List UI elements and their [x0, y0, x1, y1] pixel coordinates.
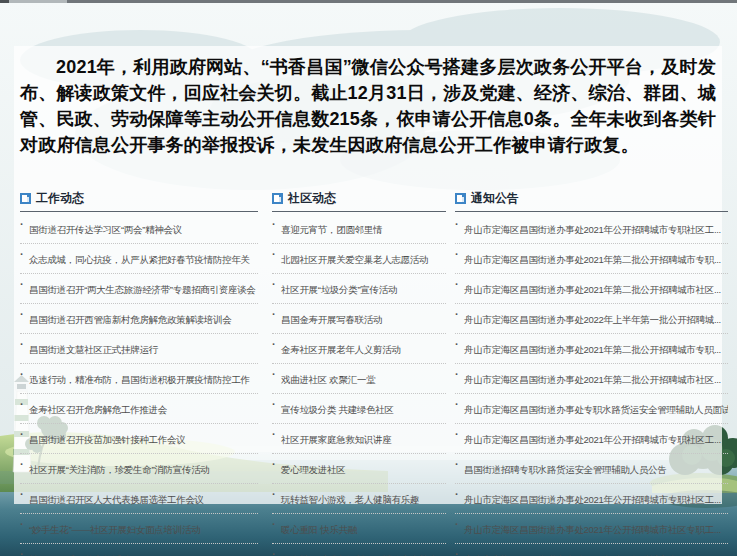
news-row: 国街道召开传达学习区“两会”精神会议 — [20, 214, 258, 244]
news-row: 社区开展“垃圾分类”宣传活动 — [272, 274, 446, 304]
news-row: 昌国街道召开区人大代表换届选举工作会议 — [20, 484, 258, 514]
window-top-edge-dark-segment — [0, 0, 9, 3]
news-row: 戏曲进社区 欢聚汇一堂 — [272, 364, 446, 394]
news-row: 舟山市定海区昌国街道办事处2021年公开招聘城市专职社区工... — [455, 544, 728, 556]
column-notices: 通知公告舟山市定海区昌国街道办事处2021年公开招聘城市专职社区工...舟山市定… — [455, 190, 728, 556]
news-row: 昌国金寿开展写春联活动 — [272, 304, 446, 334]
news-item-link[interactable]: 昌国金寿开展写春联活动 — [281, 314, 382, 325]
news-item-link[interactable]: 昌国街道招聘专职水路货运安全管理辅助人员公告 — [464, 464, 666, 475]
news-item-link[interactable]: 社区开展“关注消防，珍爱生命”消防宣传活动 — [29, 464, 210, 475]
news-row: 舟山市定海区昌国街道办事处2021年第二批公开招聘城市社区... — [455, 364, 728, 394]
news-row: 爱心理发进社区 — [272, 454, 446, 484]
news-item-link[interactable]: 宣传垃圾分类 共建绿色社区 — [281, 404, 394, 415]
news-item-link[interactable]: 社区开展“垃圾分类”宣传活动 — [281, 284, 397, 295]
news-row: 舟山市定海区昌国街道办事处专职水路货运安全管理辅助人员面试... — [455, 394, 728, 424]
news-item-link[interactable]: 舟山市定海区昌国街道办事处2021年第二批公开招聘城市专职... — [464, 254, 721, 265]
news-item-link[interactable]: “妙手生花”——社区开展妇女面点培训活动 — [29, 524, 200, 535]
news-item-link[interactable]: 舟山市定海区昌国街道办事处2021年第二批公开招聘城市专职... — [464, 344, 721, 355]
news-item-link[interactable]: 舟山市定海区昌国街道办事处2021年第二批公开招聘城市社区... — [464, 374, 721, 385]
news-row: 金寿社区对重点场所开展消防安全检查 — [272, 544, 446, 556]
news-item-link[interactable]: 昌国街道召开“两大生态旅游经济带”专题招商引资座谈会 — [29, 284, 256, 295]
column-work-news: 工作动态国街道召开传达学习区“两会”精神会议众志成城，同心抗疫，从严从紧把好春节… — [20, 190, 258, 556]
news-list: 喜迎元宵节，团圆邻里情北园社区开展关爱空巢老人志愿活动社区开展“垃圾分类”宣传活… — [272, 214, 446, 556]
news-item-link[interactable]: 爱心理发进社区 — [281, 464, 345, 475]
news-row: 北园社区开展关爱空巢老人志愿活动 — [272, 244, 446, 274]
news-row: 舟山市定海区昌国街道办事处2021年第二批公开招聘城市专职... — [455, 244, 728, 274]
news-item-link[interactable]: 北园社区开展关爱空巢老人志愿活动 — [281, 254, 428, 265]
document-icon — [20, 193, 31, 204]
news-row: “妙手生花”——社区开展妇女面点培训活动 — [20, 514, 258, 544]
news-row: 玩转益智小游戏，老人健脑有乐趣 — [272, 484, 446, 514]
news-row: 舟山市定海区昌国街道办事处2021年第二批公开招聘城市社区... — [455, 274, 728, 304]
window-top-edge-light-segment — [9, 0, 67, 3]
news-item-link[interactable]: 戏曲进社区 欢聚汇一堂 — [281, 374, 375, 385]
news-item-link[interactable]: 国街道召开传达学习区“两会”精神会议 — [29, 224, 182, 235]
news-row: 迅速行动，精准布防，昌国街道积极开展疫情防控工作 — [20, 364, 258, 394]
news-list: 舟山市定海区昌国街道办事处2021年公开招聘城市专职社区工...舟山市定海区昌国… — [455, 214, 728, 556]
news-item-link[interactable]: 迅速行动，精准布防，昌国街道积极开展疫情防控工作 — [29, 374, 250, 385]
news-row: 舟山市定海区昌国街道办事处2022年上半年第一批公开招聘城... — [455, 304, 728, 334]
news-item-link[interactable]: 喜迎元宵节，团圆邻里情 — [281, 224, 382, 235]
news-row: 众志成城，同心抗疫，从严从紧把好春节疫情防控年关 — [20, 244, 258, 274]
news-item-link[interactable]: 昌国街道召开疫苗加强针接种工作会议 — [29, 434, 185, 445]
news-row: 暖心重阳 快乐共融 — [272, 514, 446, 544]
news-item-link[interactable]: 暖心重阳 快乐共融 — [281, 524, 357, 535]
news-row: 喜迎元宵节，团圆邻里情 — [272, 214, 446, 244]
news-row: 舟山市定海区昌国街道办事处2021年公开招聘城市专职社区工... — [455, 214, 728, 244]
column-community-news: 社区动态喜迎元宵节，团圆邻里情北园社区开展关爱空巢老人志愿活动社区开展“垃圾分类… — [272, 190, 446, 556]
news-row: 社区开展家庭急救知识讲座 — [272, 424, 446, 454]
document-icon — [272, 193, 283, 204]
column-title: 工作动态 — [36, 190, 84, 207]
news-item-link[interactable]: 玩转益智小游戏，老人健脑有乐趣 — [281, 494, 419, 505]
news-row: 舟山市定海区昌国街道办事处2021年公开招聘城市专职社区工... — [455, 484, 728, 514]
news-item-link[interactable]: 舟山市定海区昌国街道办事处2021年公开招聘城市专职社区工... — [464, 494, 721, 505]
news-row: 宣传垃圾分类 共建绿色社区 — [272, 394, 446, 424]
news-item-link[interactable]: 舟山市定海区昌国街道办事处2021年公开招聘城市专职社区工... — [464, 224, 721, 235]
news-item-link[interactable]: 昌国街道召开西管庙新村危房解危政策解读培训会 — [29, 314, 231, 325]
news-item-link[interactable]: 舟山市定海区昌国街道办事处2021年公开招聘城市社区专职工... — [464, 524, 721, 535]
column-header-notices: 通知公告 — [455, 190, 728, 212]
news-row: 社区开展“关注消防，珍爱生命”消防宣传活动 — [20, 454, 258, 484]
news-item-link[interactable]: 金寿社区开展老年人义剪活动 — [281, 344, 401, 355]
news-row: 社区开展反邪教宣传活动 — [20, 544, 258, 556]
annual-summary-paragraph: 2021年，利用政府网站、“书香昌国”微信公众号搭建多层次政务公开平台，及时发布… — [20, 54, 720, 158]
news-item-link[interactable]: 昌国街道文慧社区正式挂牌运行 — [29, 344, 158, 355]
column-header-work-news: 工作动态 — [20, 190, 258, 212]
news-item-link[interactable]: 舟山市定海区昌国街道办事处2021年第二批公开招聘城市社区... — [464, 284, 721, 295]
news-row: 舟山市定海区昌国街道办事处2021年公开招聘城市专职社区工... — [455, 424, 728, 454]
news-item-link[interactable]: 舟山市定海区昌国街道办事处专职水路货运安全管理辅助人员面试... — [464, 404, 728, 415]
news-row: 昌国街道召开“两大生态旅游经济带”专题招商引资座谈会 — [20, 274, 258, 304]
news-row: 金寿社区召开危房解危工作推进会 — [20, 394, 258, 424]
news-item-link[interactable]: 众志成城，同心抗疫，从严从紧把好春节疫情防控年关 — [29, 254, 250, 265]
news-row: 昌国街道招聘专职水路货运安全管理辅助人员公告 — [455, 454, 728, 484]
page: 2021年，利用政府网站、“书香昌国”微信公众号搭建多层次政务公开平台，及时发布… — [0, 0, 737, 556]
column-header-community-news: 社区动态 — [272, 190, 446, 212]
news-list: 国街道召开传达学习区“两会”精神会议众志成城，同心抗疫，从严从紧把好春节疫情防控… — [20, 214, 258, 556]
document-icon — [455, 193, 466, 204]
news-item-link[interactable]: 昌国街道召开区人大代表换届选举工作会议 — [29, 494, 204, 505]
column-title: 社区动态 — [288, 190, 336, 207]
news-row: 昌国街道召开疫苗加强针接种工作会议 — [20, 424, 258, 454]
news-row: 昌国街道文慧社区正式挂牌运行 — [20, 334, 258, 364]
window-top-edge — [0, 0, 737, 3]
news-row: 舟山市定海区昌国街道办事处2021年公开招聘城市社区专职工... — [455, 514, 728, 544]
news-row: 金寿社区开展老年人义剪活动 — [272, 334, 446, 364]
news-item-link[interactable]: 舟山市定海区昌国街道办事处2022年上半年第一批公开招聘城... — [464, 314, 721, 325]
news-item-link[interactable]: 社区开展家庭急救知识讲座 — [281, 434, 391, 445]
news-row: 舟山市定海区昌国街道办事处2021年第二批公开招聘城市专职... — [455, 334, 728, 364]
news-row: 昌国街道召开西管庙新村危房解危政策解读培训会 — [20, 304, 258, 334]
column-title: 通知公告 — [471, 190, 519, 207]
news-item-link[interactable]: 舟山市定海区昌国街道办事处2021年公开招聘城市专职社区工... — [464, 434, 721, 445]
news-item-link[interactable]: 金寿社区召开危房解危工作推进会 — [29, 404, 167, 415]
